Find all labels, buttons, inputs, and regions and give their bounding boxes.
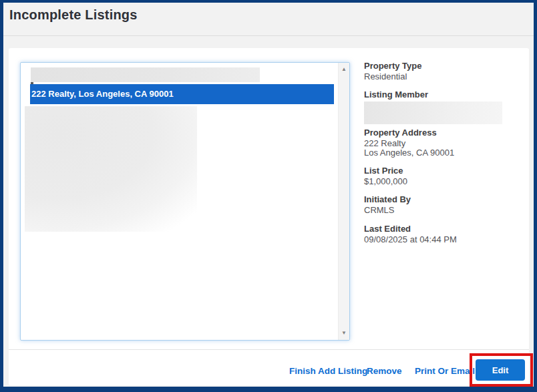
incomplete-listings-window: Incomplete Listings 222 Realty, Los Ange… bbox=[0, 0, 537, 392]
field-property-address: Property Address 222 Realty Los Angeles,… bbox=[364, 128, 510, 157]
field-label: Listing Member bbox=[364, 90, 510, 100]
listbox-scrollbar[interactable]: ▲ ▼ bbox=[338, 63, 349, 340]
listbox-item-redacted[interactable] bbox=[31, 67, 260, 82]
edit-button[interactable]: Edit bbox=[476, 359, 525, 381]
field-last-edited: Last Edited 09/08/2025 at 04:44 PM bbox=[364, 224, 510, 244]
scroll-down-icon[interactable]: ▼ bbox=[339, 328, 349, 339]
field-value: 222 Realty Los Angeles, CA 90001 bbox=[364, 139, 510, 157]
print-or-email-link[interactable]: Print Or Email bbox=[415, 366, 475, 376]
header-divider bbox=[3, 35, 534, 36]
incomplete-listings-listbox[interactable]: 222 Realty, Los Angeles, CA 90001 ▲ ▼ bbox=[20, 62, 350, 341]
address-line-1: 222 Realty bbox=[364, 139, 510, 148]
listing-member-redaction bbox=[364, 102, 502, 124]
field-label: Initiated By bbox=[364, 195, 510, 204]
field-label: List Price bbox=[364, 166, 510, 176]
scroll-up-icon[interactable]: ▲ bbox=[339, 64, 349, 75]
field-value: 09/08/2025 at 04:44 PM bbox=[364, 235, 510, 244]
field-label: Property Address bbox=[364, 128, 510, 138]
listbox-item-selected[interactable]: 222 Realty, Los Angeles, CA 90001 bbox=[30, 84, 334, 104]
page-title: Incomplete Listings bbox=[9, 7, 138, 23]
field-label: Last Edited bbox=[364, 224, 510, 234]
field-value: $1,000,000 bbox=[364, 177, 510, 186]
field-property-type: Property Type Residential bbox=[364, 61, 510, 81]
field-list-price: List Price $1,000,000 bbox=[364, 166, 510, 186]
address-line-2: Los Angeles, CA 90001 bbox=[364, 148, 510, 158]
finish-add-listing-link[interactable]: Finish Add Listing bbox=[289, 366, 367, 376]
field-value: Residential bbox=[364, 72, 510, 81]
field-listing-member: Listing Member bbox=[364, 90, 510, 124]
footer-divider bbox=[9, 349, 529, 350]
listbox-items-blur-redaction bbox=[25, 106, 197, 232]
remove-link[interactable]: Remove bbox=[367, 366, 402, 376]
field-label: Property Type bbox=[364, 61, 510, 71]
field-initiated-by: Initiated By CRMLS bbox=[364, 195, 510, 215]
field-value: CRMLS bbox=[364, 206, 510, 215]
